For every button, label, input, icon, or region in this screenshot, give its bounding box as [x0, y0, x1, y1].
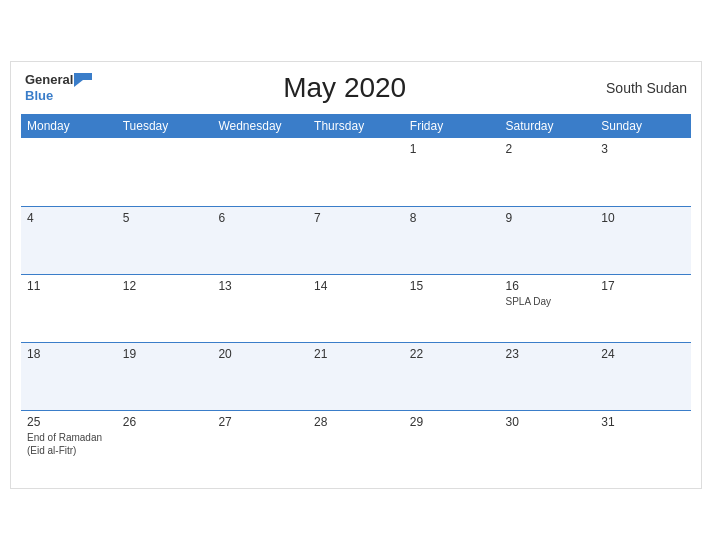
- day-number: 14: [314, 279, 398, 293]
- calendar-cell: [212, 138, 308, 206]
- calendar-cell: 29: [404, 410, 500, 478]
- calendar-cell: 14: [308, 274, 404, 342]
- week-row-1: 123: [21, 138, 691, 206]
- calendar-cell: 19: [117, 342, 213, 410]
- day-number: 24: [601, 347, 685, 361]
- weekday-header-monday: Monday: [21, 114, 117, 138]
- event-label: End of Ramadan (Eid al-Fitr): [27, 431, 111, 457]
- weekday-header-row: MondayTuesdayWednesdayThursdayFridaySatu…: [21, 114, 691, 138]
- logo-general-text: General: [25, 72, 73, 88]
- calendar-cell: [21, 138, 117, 206]
- calendar-cell: 9: [500, 206, 596, 274]
- weekday-header-friday: Friday: [404, 114, 500, 138]
- day-number: 8: [410, 211, 494, 225]
- weekday-header-sunday: Sunday: [595, 114, 691, 138]
- logo-flag-icon: [74, 73, 92, 87]
- calendar-cell: 15: [404, 274, 500, 342]
- calendar-cell: 30: [500, 410, 596, 478]
- day-number: 12: [123, 279, 207, 293]
- calendar-cell: [308, 138, 404, 206]
- calendar-cell: 16SPLA Day: [500, 274, 596, 342]
- calendar-cell: 24: [595, 342, 691, 410]
- calendar-cell: 3: [595, 138, 691, 206]
- country-name: South Sudan: [597, 80, 687, 96]
- calendar-cell: 17: [595, 274, 691, 342]
- day-number: 27: [218, 415, 302, 429]
- day-number: 28: [314, 415, 398, 429]
- calendar-cell: 8: [404, 206, 500, 274]
- calendar-cell: 4: [21, 206, 117, 274]
- day-number: 23: [506, 347, 590, 361]
- day-number: 16: [506, 279, 590, 293]
- calendar-cell: [117, 138, 213, 206]
- day-number: 5: [123, 211, 207, 225]
- day-number: 2: [506, 142, 590, 156]
- calendar-cell: 27: [212, 410, 308, 478]
- calendar-cell: 20: [212, 342, 308, 410]
- day-number: 7: [314, 211, 398, 225]
- calendar-grid: MondayTuesdayWednesdayThursdayFridaySatu…: [21, 114, 691, 478]
- day-number: 20: [218, 347, 302, 361]
- weekday-header-tuesday: Tuesday: [117, 114, 213, 138]
- calendar-cell: 25End of Ramadan (Eid al-Fitr): [21, 410, 117, 478]
- weekday-header-saturday: Saturday: [500, 114, 596, 138]
- day-number: 26: [123, 415, 207, 429]
- calendar-cell: 21: [308, 342, 404, 410]
- calendar-cell: 10: [595, 206, 691, 274]
- week-row-4: 18192021222324: [21, 342, 691, 410]
- day-number: 31: [601, 415, 685, 429]
- day-number: 10: [601, 211, 685, 225]
- calendar-container: General Blue May 2020 South Sudan Monday…: [10, 61, 702, 489]
- day-number: 21: [314, 347, 398, 361]
- calendar-cell: 2: [500, 138, 596, 206]
- calendar-cell: 31: [595, 410, 691, 478]
- day-number: 1: [410, 142, 494, 156]
- day-number: 15: [410, 279, 494, 293]
- day-number: 4: [27, 211, 111, 225]
- calendar-cell: 5: [117, 206, 213, 274]
- weekday-header-wednesday: Wednesday: [212, 114, 308, 138]
- day-number: 17: [601, 279, 685, 293]
- calendar-header: General Blue May 2020 South Sudan: [21, 72, 691, 104]
- logo-blue-text: Blue: [25, 88, 53, 104]
- calendar-title: May 2020: [92, 72, 597, 104]
- day-number: 22: [410, 347, 494, 361]
- week-row-5: 25End of Ramadan (Eid al-Fitr)2627282930…: [21, 410, 691, 478]
- week-row-2: 45678910: [21, 206, 691, 274]
- day-number: 19: [123, 347, 207, 361]
- day-number: 18: [27, 347, 111, 361]
- calendar-cell: 22: [404, 342, 500, 410]
- calendar-cell: 13: [212, 274, 308, 342]
- day-number: 29: [410, 415, 494, 429]
- calendar-cell: 28: [308, 410, 404, 478]
- calendar-cell: 23: [500, 342, 596, 410]
- calendar-cell: 7: [308, 206, 404, 274]
- logo: General Blue: [25, 72, 92, 103]
- calendar-cell: 18: [21, 342, 117, 410]
- day-number: 13: [218, 279, 302, 293]
- calendar-cell: 26: [117, 410, 213, 478]
- day-number: 25: [27, 415, 111, 429]
- weekday-header-thursday: Thursday: [308, 114, 404, 138]
- day-number: 9: [506, 211, 590, 225]
- calendar-cell: 1: [404, 138, 500, 206]
- event-label: SPLA Day: [506, 295, 590, 308]
- calendar-cell: 12: [117, 274, 213, 342]
- week-row-3: 111213141516SPLA Day17: [21, 274, 691, 342]
- calendar-cell: 6: [212, 206, 308, 274]
- day-number: 3: [601, 142, 685, 156]
- day-number: 6: [218, 211, 302, 225]
- day-number: 30: [506, 415, 590, 429]
- day-number: 11: [27, 279, 111, 293]
- calendar-cell: 11: [21, 274, 117, 342]
